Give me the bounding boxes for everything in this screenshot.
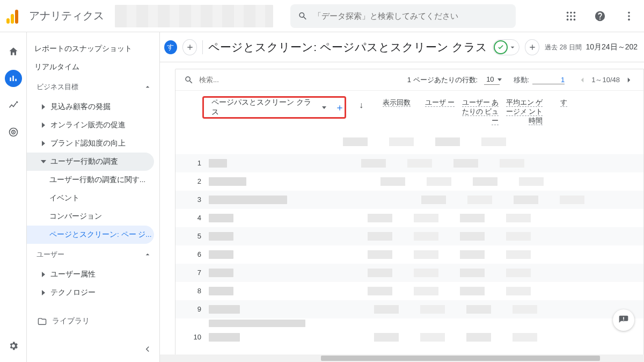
table-row[interactable]: 3 bbox=[175, 191, 643, 209]
divider bbox=[202, 40, 203, 54]
title-bar: す ページとスクリーン: ページパスとスクリーン クラス 過去 28 日間 10… bbox=[160, 32, 644, 62]
metric-views-per-user[interactable]: ユーザー あたりの ビュー bbox=[460, 96, 499, 126]
metric-users[interactable]: ユーザ ー bbox=[416, 96, 455, 107]
rail-reports-icon[interactable] bbox=[5, 70, 22, 87]
folder-icon bbox=[38, 317, 47, 326]
scrollbar-thumb[interactable] bbox=[321, 356, 600, 361]
table-row bbox=[175, 318, 643, 328]
table-row[interactable]: 7 bbox=[175, 264, 643, 282]
row-index: 4 bbox=[184, 214, 201, 222]
status-pill[interactable] bbox=[493, 39, 519, 55]
more-vert-icon[interactable] bbox=[618, 5, 640, 27]
nav-section-business[interactable]: ビジネス目標 bbox=[27, 76, 159, 98]
nav-events[interactable]: イベント bbox=[27, 189, 159, 207]
customize-button[interactable] bbox=[525, 39, 540, 55]
nav-leads[interactable]: 見込み顧客の発掘 bbox=[27, 98, 159, 116]
row-index: 1 bbox=[184, 159, 201, 167]
page-prev-button[interactable] bbox=[576, 74, 588, 86]
property-picker[interactable] bbox=[115, 5, 273, 27]
row-dimension-mask bbox=[209, 177, 246, 186]
table-row[interactable]: 6 bbox=[175, 245, 643, 264]
page-title: ページとスクリーン: ページパスとスクリーン クラス bbox=[208, 40, 487, 55]
nav-section-business-label: ビジネス目標 bbox=[36, 82, 78, 92]
row-index: 7 bbox=[184, 269, 201, 277]
metric-views[interactable]: 表示回数 bbox=[372, 96, 411, 107]
global-search[interactable] bbox=[290, 4, 516, 28]
row-dimension-mask bbox=[209, 287, 233, 295]
table-row[interactable]: 1 bbox=[175, 154, 643, 172]
date-range[interactable]: 過去 28 日間 10月24日～202 bbox=[545, 42, 638, 52]
nav-collapse-button[interactable] bbox=[140, 342, 155, 357]
nav-snapshot[interactable]: レポートのスナップショット bbox=[27, 40, 159, 58]
svg-point-7 bbox=[570, 18, 572, 20]
rows-per-page-select[interactable]: 10 bbox=[484, 75, 499, 85]
row-index: 9 bbox=[184, 305, 201, 313]
chevron-down-icon bbox=[322, 106, 326, 109]
row-dimension-mask bbox=[209, 232, 233, 241]
table-row[interactable]: 4 bbox=[175, 209, 643, 227]
report-card: 1 ページあたりの行数: 10 移動: 1～10/48 ページパスとスクリーン … bbox=[175, 69, 644, 362]
svg-point-2 bbox=[574, 11, 576, 13]
table-header: ページパスとスクリーン クラス ＋ ↓ 表示回数 ユーザ ー ユーザー あたりの… bbox=[175, 91, 643, 129]
search-icon bbox=[298, 11, 308, 21]
main-area: す ページとスクリーン: ページパスとスクリーン クラス 過去 28 日間 10… bbox=[160, 32, 644, 362]
table-row[interactable]: 10 bbox=[175, 328, 643, 346]
segment-chip[interactable]: す bbox=[164, 40, 177, 54]
nav-brand-awareness[interactable]: ブランド認知度の向上 bbox=[27, 134, 159, 153]
nav-user-behavior-overview[interactable]: ユーザー行動の調査に関す... bbox=[27, 171, 159, 189]
dimension-label: ページパスとスクリーン クラス bbox=[211, 98, 317, 117]
rail-explore-icon[interactable] bbox=[5, 97, 22, 114]
row-dimension-mask bbox=[209, 196, 287, 204]
goto-input[interactable] bbox=[532, 76, 565, 84]
row-index: 8 bbox=[184, 287, 201, 295]
svg-point-8 bbox=[574, 18, 576, 20]
row-dimension-mask bbox=[209, 214, 233, 222]
table-row[interactable]: 5 bbox=[175, 227, 643, 245]
row-index: 2 bbox=[184, 177, 201, 185]
table-row[interactable]: 9 bbox=[175, 300, 643, 318]
metric-avg-engagement[interactable]: 平均エン ゲージメ ント時間 bbox=[504, 96, 543, 126]
nav-section-user[interactable]: ユーザー bbox=[27, 244, 159, 265]
page-range: 1～10/48 bbox=[591, 75, 620, 85]
nav-library[interactable]: ライブラリ bbox=[27, 312, 159, 331]
chevron-down-icon bbox=[508, 43, 517, 52]
sort-desc-icon[interactable]: ↓ bbox=[359, 100, 363, 110]
svg-point-12 bbox=[16, 102, 18, 103]
dimension-picker[interactable]: ページパスとスクリーン クラス ＋ bbox=[202, 96, 346, 119]
side-nav: レポートのスナップショット リアルタイム ビジネス目標 見込み顧客の発掘 オンラ… bbox=[27, 32, 160, 362]
svg-point-10 bbox=[628, 15, 630, 17]
apps-icon[interactable] bbox=[560, 5, 582, 27]
nav-conversions[interactable]: コンバージョン bbox=[27, 207, 159, 226]
table-summary-row bbox=[175, 129, 643, 154]
chevron-up-icon bbox=[143, 83, 152, 91]
svg-point-3 bbox=[567, 15, 569, 17]
add-comparison-button[interactable] bbox=[182, 39, 197, 55]
nav-online-sales[interactable]: オンライン販売の促進 bbox=[27, 116, 159, 134]
nav-technology[interactable]: テクノロジー bbox=[27, 284, 159, 302]
svg-point-11 bbox=[628, 18, 630, 20]
table-search-input[interactable] bbox=[199, 76, 402, 84]
add-dimension-icon[interactable]: ＋ bbox=[335, 101, 345, 114]
svg-point-5 bbox=[574, 15, 576, 17]
row-dimension-mask bbox=[209, 333, 240, 342]
table-row[interactable]: 2 bbox=[175, 172, 643, 191]
nav-pages-screens[interactable]: ページとスクリーン: ペー ジ... bbox=[27, 226, 154, 244]
page-next-button[interactable] bbox=[623, 74, 635, 86]
nav-user-behavior[interactable]: ユーザー行動の調査 bbox=[27, 153, 154, 171]
svg-point-0 bbox=[567, 11, 569, 13]
rail-admin-icon[interactable] bbox=[5, 337, 22, 354]
rail-advertising-icon[interactable] bbox=[5, 124, 22, 141]
nav-user-attributes[interactable]: ユーザー属性 bbox=[27, 265, 159, 284]
nav-realtime[interactable]: リアルタイム bbox=[27, 58, 159, 76]
status-check-icon bbox=[494, 40, 508, 54]
svg-point-1 bbox=[570, 11, 572, 13]
global-search-input[interactable] bbox=[313, 11, 508, 20]
product-name: アナリティクス bbox=[29, 9, 104, 23]
help-icon[interactable] bbox=[589, 5, 611, 27]
horizontal-scrollbar[interactable] bbox=[160, 354, 644, 362]
rows-per-page-label: 1 ページあたりの行数: bbox=[407, 75, 478, 85]
nav-library-label: ライブラリ bbox=[52, 316, 90, 326]
table-row[interactable]: 8 bbox=[175, 282, 643, 300]
feedback-button[interactable] bbox=[613, 309, 634, 331]
rail-home-icon[interactable] bbox=[5, 43, 22, 60]
